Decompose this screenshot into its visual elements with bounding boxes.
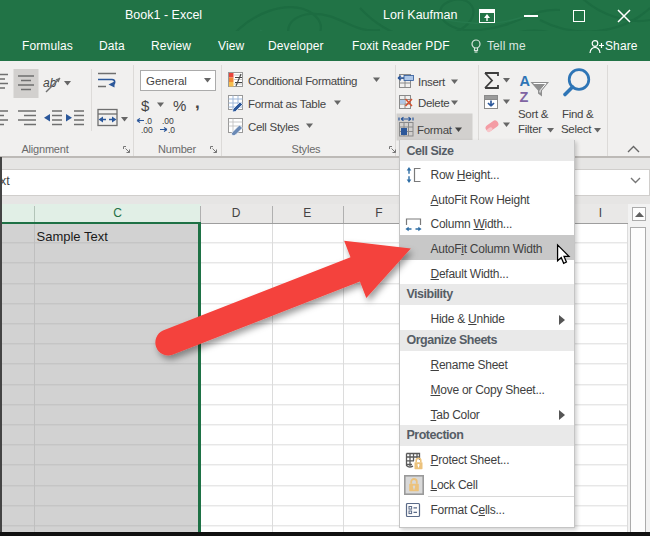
svg-text:Format: Format: [417, 124, 453, 136]
svg-text:.0: .0: [168, 125, 175, 135]
svg-text:.00: .00: [141, 125, 153, 135]
svg-text:$: $: [141, 97, 150, 114]
svg-text:Insert: Insert: [418, 76, 446, 88]
svg-text:Select: Select: [561, 123, 592, 135]
svg-text:Cell Styles: Cell Styles: [248, 121, 300, 133]
svg-text:Format as Table: Format as Table: [248, 98, 326, 110]
svg-text:Sort &: Sort &: [518, 108, 549, 120]
svg-text:General: General: [146, 75, 187, 87]
svg-text:Delete: Delete: [418, 97, 449, 109]
svg-text:Z: Z: [520, 89, 529, 105]
svg-text:,: ,: [195, 93, 200, 112]
svg-text:Find &: Find &: [562, 108, 594, 120]
svg-text:Conditional Formatting: Conditional Formatting: [248, 75, 357, 87]
svg-text:Filter: Filter: [518, 123, 542, 135]
svg-text:A: A: [520, 73, 531, 89]
svg-text:%: %: [173, 97, 186, 114]
